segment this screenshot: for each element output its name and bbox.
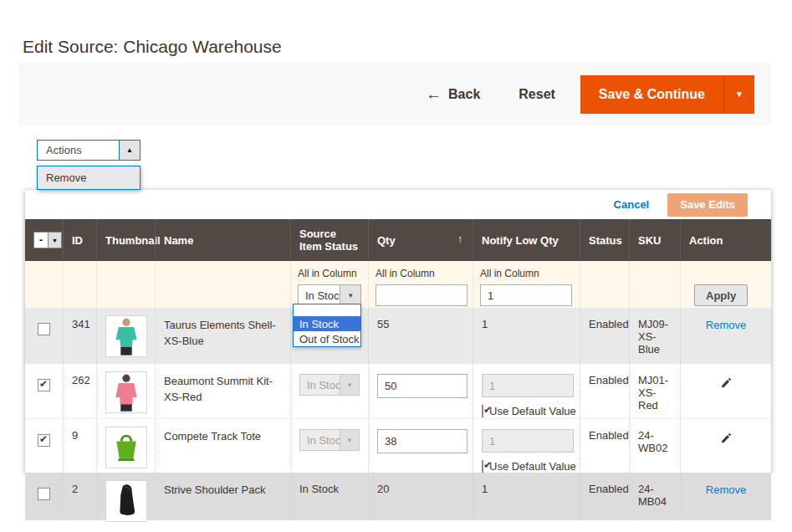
apply-button[interactable]: Apply [694, 284, 748, 306]
row-checkbox[interactable] [38, 323, 50, 335]
actions-button[interactable]: Actions [37, 140, 120, 161]
row-name-cell: Compete Track Tote [155, 419, 290, 473]
row-status-select-value: In Stock [299, 374, 340, 396]
row-checkbox[interactable] [38, 379, 50, 391]
save-continue-dropdown-toggle[interactable]: ▼ [723, 75, 754, 114]
cancel-button[interactable]: Cancel [614, 198, 650, 211]
row-notify-cell: Use Default Value [473, 364, 580, 418]
header-name[interactable]: Name [155, 219, 290, 261]
row-status-select-value: In Stock [299, 429, 340, 451]
filter-label: All in Column [480, 268, 573, 279]
notify-low-qty-input [482, 429, 574, 453]
row-sku: MJ09-XS-Blue [629, 308, 680, 364]
remove-link[interactable]: Remove [689, 319, 763, 331]
row-status-select-caret-icon: ▼ [340, 374, 360, 396]
notify-low-qty-input [482, 374, 574, 397]
pink-hoodie-product-image [109, 373, 144, 412]
use-default-checkbox[interactable] [482, 460, 483, 473]
row-status-select-disabled: In Stock ▼ [299, 429, 360, 451]
use-default-value-option: Use Default Value [482, 405, 571, 417]
row-sku: 24-WB02 [629, 419, 680, 473]
row-notify-cell: Use Default Value [473, 419, 580, 473]
product-name: Taurus Elements Shell-XS-Blue [164, 319, 276, 347]
row-notify-low-qty: 1 [473, 308, 580, 364]
row-notify-low-qty: 1 [473, 473, 580, 520]
row-status: Enabled [580, 308, 629, 364]
actions-menu-item-remove[interactable]: Remove [38, 166, 140, 189]
header-notify-low-qty[interactable]: Notify Low Qty [473, 219, 580, 261]
status-option-out-of-stock[interactable]: Out of Stock [294, 331, 360, 346]
header-source-item-status[interactable]: Source Item Status [290, 219, 368, 261]
source-items-grid: - ▼ ID Thumbnail Name Source Item Status… [25, 219, 771, 520]
select-all-dropdown[interactable]: - ▼ [33, 232, 62, 248]
filter-qty-input[interactable] [376, 284, 468, 306]
filter-apply-cell: Apply [680, 261, 771, 308]
use-default-value-option: Use Default Value [482, 460, 571, 473]
filter-empty-cell [96, 261, 155, 308]
table-row: 2 Strive Shoulder Pack In Stock 20 1 Ena… [25, 473, 771, 520]
status-option-blank[interactable] [294, 304, 360, 316]
header-qty-label: Qty [377, 234, 396, 247]
grid-header-row: - ▼ ID Thumbnail Name Source Item Status… [25, 219, 771, 261]
row-select-cell [25, 364, 63, 418]
row-select-cell [25, 308, 63, 364]
filter-label: All in Column [376, 268, 466, 279]
grid-filter-row: All in Column In Stock ▼ All in Column A… [25, 261, 771, 308]
actions-collapse-toggle[interactable]: ▲ [120, 140, 141, 161]
row-id: 341 [63, 308, 96, 364]
use-default-checkbox[interactable] [482, 405, 483, 417]
back-button[interactable]: ← Back [426, 86, 480, 102]
row-name-cell: Strive Shoulder Pack [155, 473, 290, 520]
row-thumbnail-cell [96, 308, 155, 364]
page-actions-toolbar: ← Back Reset Save & Continue ▼ [18, 63, 771, 125]
header-thumbnail[interactable]: Thumbnail [96, 219, 155, 261]
use-default-label: Use Default Value [489, 460, 576, 473]
select-all-header-cell: - ▼ [25, 219, 63, 261]
row-qty: 20 [368, 473, 473, 520]
save-edits-button[interactable]: Save Edits [667, 193, 748, 217]
row-thumbnail-cell [96, 473, 155, 520]
reset-button[interactable]: Reset [519, 87, 555, 102]
row-source-status: In Stock [290, 473, 368, 520]
filter-notify-input[interactable] [480, 284, 572, 306]
header-sku[interactable]: SKU [629, 219, 680, 261]
edit-pencil-icon[interactable] [689, 432, 763, 444]
product-thumbnail [105, 427, 147, 468]
row-checkbox[interactable] [38, 434, 50, 447]
filter-notify-cell: All in Column [473, 261, 580, 308]
actions-dropdown: Actions ▲ Remove [37, 140, 141, 161]
header-status[interactable]: Status [580, 219, 629, 261]
row-status: Enabled [580, 473, 629, 520]
black-backpack-product-image [109, 482, 144, 520]
row-source-status-cell: In Stock ▼ [290, 364, 368, 418]
table-row: 262 Beaumont Summit Kit-XS-Red In Stock … [25, 364, 771, 418]
status-option-in-stock[interactable]: In Stock [294, 316, 360, 331]
filter-qty-cell: All in Column [368, 261, 473, 308]
chevron-down-icon: ▼ [735, 90, 743, 99]
row-thumbnail-cell [96, 364, 155, 418]
product-name: Beaumont Summit Kit-XS-Red [164, 375, 273, 403]
row-status-select-caret-icon: ▼ [340, 429, 360, 451]
header-action: Action [680, 219, 771, 261]
row-action-cell [680, 364, 771, 418]
select-all-caret-icon: ▼ [48, 233, 61, 248]
select-all-value: - [34, 233, 48, 248]
row-thumbnail-cell [96, 419, 155, 473]
header-id[interactable]: ID [63, 219, 96, 261]
row-id: 9 [63, 419, 96, 473]
qty-input[interactable] [377, 429, 468, 453]
row-action-cell: Remove [680, 308, 771, 364]
filter-empty-cell [580, 261, 629, 308]
row-qty: 55 [368, 308, 473, 364]
header-qty[interactable]: Qty ↑ [368, 219, 473, 261]
row-checkbox[interactable] [38, 488, 50, 500]
save-continue-split-button: Save & Continue ▼ [580, 75, 754, 114]
save-continue-button[interactable]: Save & Continue [580, 75, 723, 114]
remove-link[interactable]: Remove [689, 483, 763, 496]
filter-empty-cell [25, 261, 63, 308]
qty-input[interactable] [377, 374, 468, 398]
edit-source-page: Edit Source: Chicago Warehouse ← Back Re… [0, 0, 792, 532]
edit-pencil-icon[interactable] [689, 376, 763, 389]
filter-empty-cell [63, 261, 96, 308]
actions-menu: Remove [37, 166, 141, 190]
